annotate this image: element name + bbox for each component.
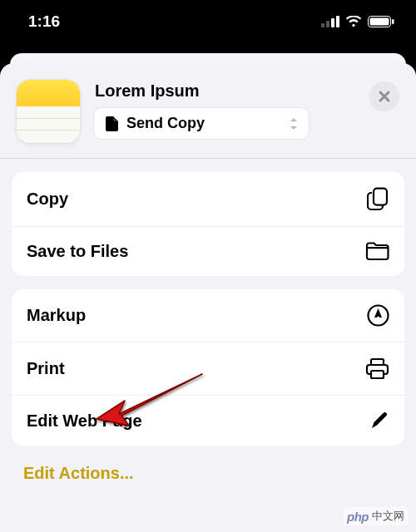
action-label: Copy: [27, 190, 68, 209]
action-markup[interactable]: Markup: [12, 289, 404, 342]
battery-icon: [368, 16, 394, 27]
action-label: Save to Files: [27, 242, 128, 261]
clock: 1:16: [28, 12, 60, 31]
send-copy-label: Send Copy: [126, 115, 205, 132]
action-edit-web-page[interactable]: Edit Web Page: [12, 396, 404, 446]
action-section-2: Markup Print Edit Web Page: [12, 289, 404, 446]
action-print[interactable]: Print: [12, 342, 404, 395]
cellular-icon: [321, 16, 339, 27]
wifi-icon: [345, 16, 362, 27]
watermark: php 中文网: [344, 507, 408, 525]
send-copy-selector[interactable]: Send Copy: [93, 107, 310, 140]
edit-actions-link[interactable]: Edit Actions...: [0, 446, 416, 501]
action-copy[interactable]: Copy: [12, 172, 404, 226]
share-sheet: Lorem Ipsum Send Copy Copy Save to Files: [0, 63, 416, 532]
pencil-icon: [369, 411, 389, 431]
watermark-logo: php: [347, 510, 369, 524]
close-icon: [378, 90, 391, 103]
svg-rect-2: [331, 18, 334, 27]
folder-icon: [365, 242, 389, 261]
svg-rect-3: [336, 16, 339, 27]
action-label: Edit Web Page: [27, 411, 142, 431]
watermark-text: 中文网: [372, 509, 404, 524]
svg-rect-11: [371, 371, 384, 378]
updown-chevron-icon: [289, 116, 299, 131]
notes-app-icon: [17, 80, 80, 143]
markup-icon: [367, 304, 389, 327]
document-icon: [106, 116, 118, 131]
svg-rect-6: [392, 19, 394, 24]
status-bar: 1:16: [0, 0, 416, 47]
close-button[interactable]: [369, 81, 399, 111]
svg-rect-0: [321, 23, 324, 27]
svg-rect-1: [326, 21, 329, 27]
sheet-header: Lorem Ipsum Send Copy: [0, 63, 416, 159]
status-indicators: [321, 16, 394, 27]
printer-icon: [365, 357, 389, 380]
copy-icon: [367, 187, 389, 211]
action-save-to-files[interactable]: Save to Files: [12, 227, 404, 276]
svg-rect-7: [374, 189, 387, 205]
share-title: Lorem Ipsum: [95, 81, 361, 101]
svg-rect-5: [370, 18, 389, 26]
action-label: Print: [27, 359, 65, 378]
action-label: Markup: [27, 306, 86, 325]
action-section-1: Copy Save to Files: [12, 172, 404, 276]
